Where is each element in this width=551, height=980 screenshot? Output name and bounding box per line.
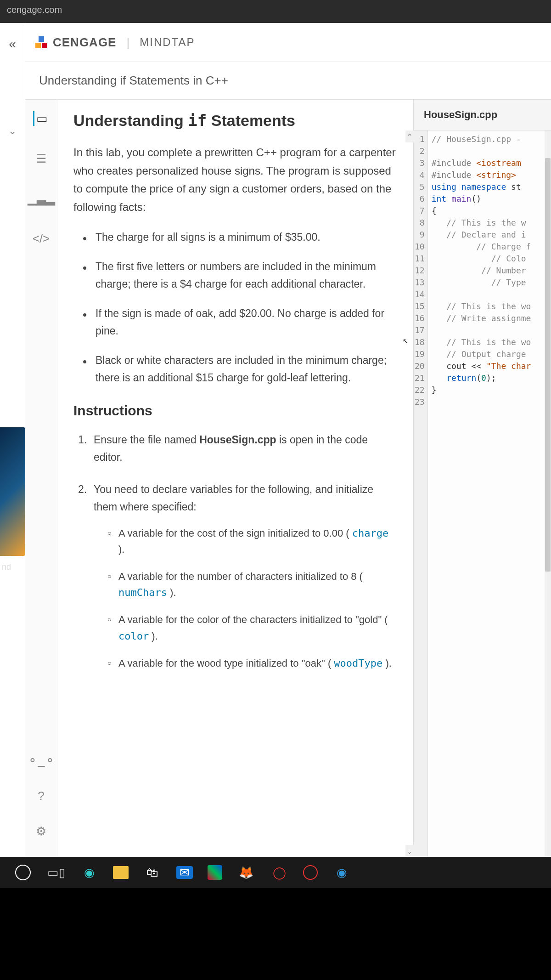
photos-icon[interactable] [208,865,222,880]
app-container: « ⌄ nd CENGAGE | MINDTAP Understanding i… [0,23,551,857]
list-item: A variable for the color of the characte… [107,612,397,644]
lesson-panel: Understanding if Statements In this lab,… [57,100,413,857]
scrollbar-track[interactable] [545,130,551,857]
url-text: cengage.com [7,5,62,15]
side-label: nd [0,561,13,574]
cengage-logo-icon [34,35,48,49]
store-icon[interactable]: 🛍 [143,863,162,882]
app-circle-icon[interactable] [303,865,318,880]
list-item: Ensure the file named HouseSign.cpp is o… [78,431,397,466]
app-red-icon[interactable]: ◯ [270,863,288,882]
app-blue-icon[interactable]: ◉ [332,863,351,882]
instructions-list: Ensure the file named HouseSign.cpp is o… [73,431,397,671]
course-thumbnail[interactable] [0,427,25,556]
list-icon[interactable]: ☰ [34,151,49,166]
list-item: The charge for all signs is a minimum of… [83,229,397,246]
code-lines[interactable]: // HouseSign.cpp - #include <iostream#in… [428,130,531,857]
list-item: A variable for the cost of the sign init… [107,525,397,557]
brand-name: CENGAGE [53,35,116,50]
firefox-icon[interactable]: 🦊 [237,863,255,882]
code-icon[interactable]: </> [34,231,49,246]
list-item: A variable for the number of characters … [107,568,397,600]
settings-icon[interactable]: ⚙ [34,824,49,838]
edge-icon[interactable]: ◉ [80,863,98,882]
chart-icon[interactable]: ▁▃▂ [34,191,49,206]
code-filename-tab[interactable]: HouseSign.cpp [414,100,551,130]
code-panel: HouseSign.cpp ^ ⌄ ↖ 12345678910111213141… [413,100,551,857]
instructions-heading: Instructions [73,403,397,419]
list-item: Black or white characters are included i… [83,352,397,387]
main-column: CENGAGE | MINDTAP Understanding if State… [25,23,551,857]
lesson-intro: In this lab, you complete a prewritten C… [73,143,397,216]
windows-taskbar[interactable]: ▭▯ ◉ 🛍 ✉ 🦊 ◯ ◉ [0,857,551,888]
brand-product: MINDTAP [140,36,195,49]
scroll-down-icon[interactable]: ⌄ [405,845,414,857]
lesson-title: Understanding if Statements [73,111,397,130]
help-icon[interactable]: ? [34,788,49,803]
book-icon[interactable]: ▭ [33,111,48,126]
tool-rail: ▭ ☰ ▁▃▂ </> ⚬⎯⚬ ? ⚙ [25,100,57,857]
cursor-icon: ↖ [403,334,408,346]
line-gutter: 1234567891011121314151617181920212223 [414,130,428,857]
list-item: If the sign is made of oak, add $20.00. … [83,305,397,340]
browser-address-bar[interactable]: cengage.com [0,0,551,23]
brand-bar: CENGAGE | MINDTAP [25,23,551,62]
desk-surface [0,888,551,980]
code-editor[interactable]: ^ ⌄ ↖ 1234567891011121314151617181920212… [414,130,551,857]
share-icon[interactable]: ⚬⎯⚬ [34,753,49,768]
facts-list: The charge for all signs is a minimum of… [73,229,397,387]
chevron-down-icon[interactable]: ⌄ [8,125,17,137]
list-item: The first five letters or numbers are in… [83,258,397,293]
task-view-icon[interactable]: ▭▯ [47,863,65,882]
mail-icon[interactable]: ✉ [176,866,193,879]
start-button[interactable] [14,863,32,882]
sub-list: A variable for the cost of the sign init… [94,525,397,671]
page-subtitle: Understanding if Statements in C++ [25,62,551,100]
explorer-icon[interactable] [113,866,129,879]
collapse-left-icon[interactable]: « [9,37,16,51]
brand-logo[interactable]: CENGAGE | MINDTAP [34,35,195,50]
list-item: You need to declare variables for the fo… [78,481,397,671]
content-split: ▭ ☰ ▁▃▂ </> ⚬⎯⚬ ? ⚙ Understanding if Sta… [25,100,551,857]
scroll-up-icon[interactable]: ^ [405,130,414,142]
list-item: A variable for the wood type initialized… [107,655,397,671]
brand-divider: | [126,35,129,50]
scrollbar-thumb[interactable] [545,158,551,572]
